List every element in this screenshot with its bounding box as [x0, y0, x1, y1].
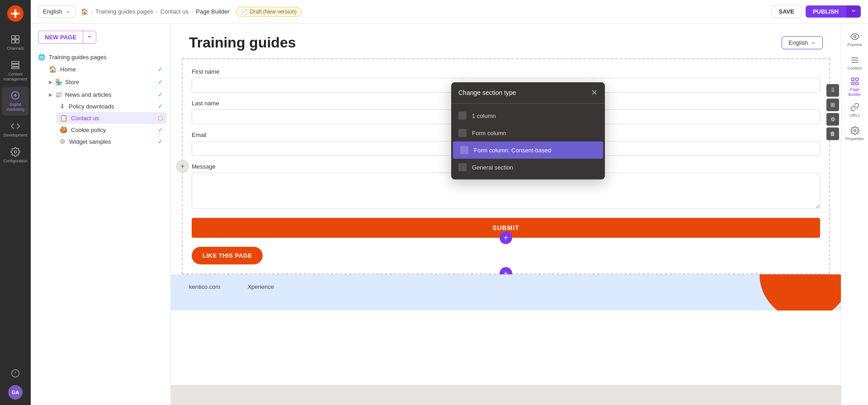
add-center-button[interactable]: + [500, 231, 512, 244]
nav-policy-status: ✓ [158, 103, 163, 110]
nav-root-label: Training guides pages [49, 54, 106, 61]
popup-item-general-label: General section [472, 164, 513, 171]
nav-item-home[interactable]: 🏠 Home ✓ [45, 63, 167, 75]
sidebar-item-config[interactable]: Configuration [2, 143, 29, 167]
rt-preview-label: Preview [847, 42, 862, 47]
nav-item-widgets[interactable]: ⚙ Widget samples ✓ [56, 136, 167, 147]
svg-point-25 [854, 130, 856, 132]
svg-point-1 [14, 9, 17, 11]
lang-select-button[interactable]: English [38, 5, 75, 18]
add-left-button[interactable]: + [176, 160, 189, 173]
sidebar-item-content[interactable]: Content management [2, 57, 29, 85]
breadcrumb-contact[interactable]: Contact us [160, 8, 189, 15]
right-toolbar: Preview Content [841, 24, 868, 405]
publish-dropdown-button[interactable] [846, 5, 861, 18]
page-title: Training guides [189, 34, 296, 51]
nav-cookie-status: ✓ [158, 126, 163, 133]
popup-list: 1 column Form column Form column: Consen… [451, 104, 605, 179]
store-page-icon: 🏪 [55, 79, 62, 85]
canvas-wrapper: Training guides English + First name [171, 24, 841, 405]
cookie-icon: 🍪 [60, 126, 67, 133]
section-tool-delete[interactable]: 🗑 [826, 127, 839, 140]
popup-item-1col-icon [458, 112, 467, 120]
sidebar-item-marketing[interactable]: Digital marketing [2, 87, 29, 116]
rt-content[interactable]: Content [844, 52, 866, 74]
nav-store-status: ✓ [158, 78, 163, 85]
svg-rect-8 [16, 40, 19, 43]
svg-point-17 [854, 36, 856, 38]
nav-contact-label: Contact us [71, 115, 99, 122]
sidebar-item-dev[interactable]: Development [2, 118, 29, 141]
svg-point-0 [13, 11, 17, 15]
rt-urls[interactable]: URLs [844, 99, 866, 121]
sidebar-content-label: Content management [4, 72, 28, 82]
footer-link1[interactable]: kentico.com [189, 283, 220, 290]
breadcrumb-current: Page Builder [196, 8, 229, 15]
like-button[interactable]: LIKE THIS PAGE [192, 247, 263, 264]
sidebar-item-channels[interactable]: Channels [2, 31, 29, 55]
rt-properties-label: Properties [845, 137, 864, 141]
nav-contact-status: ⬡ [158, 114, 163, 122]
nav-group-store: ▶ 🏪 Store ✓ [45, 76, 167, 88]
nav-policy-label: Policy downloads [69, 103, 114, 110]
section-toolbar: ⠿ ⊞ ⚙ 🗑 [825, 82, 841, 142]
nav-root-item[interactable]: 🌐 Training guides pages [34, 51, 167, 63]
nav-item-cookie[interactable]: 🍪 Cookie policy ✓ [56, 124, 167, 136]
publish-group: PUBLISH [806, 5, 861, 18]
svg-point-4 [18, 13, 20, 15]
nav-item-contact[interactable]: 📋 Contact us ⬡ [56, 112, 167, 124]
svg-rect-9 [12, 61, 19, 64]
popup-item-consent[interactable]: Form column: Consent-based [453, 141, 603, 159]
breadcrumb: 🏠 › Training guides pages › Contact us ›… [81, 7, 302, 17]
svg-rect-21 [851, 78, 854, 80]
popup-item-general-icon [458, 163, 467, 171]
publish-button[interactable]: PUBLISH [806, 5, 846, 18]
footer-decoration [760, 274, 841, 311]
new-page-btn-group: NEW PAGE [38, 31, 163, 44]
sidebar-dev-label: Development [3, 133, 27, 138]
new-page-button[interactable]: NEW PAGE [38, 31, 83, 44]
rt-page-builder[interactable]: Page Builder [844, 76, 866, 98]
breadcrumb-sep1: › [91, 8, 93, 15]
popup-item-general[interactable]: General section [451, 159, 605, 176]
svg-rect-10 [12, 64, 19, 66]
popup-item-consent-icon [460, 146, 468, 154]
rt-properties[interactable]: Properties [844, 123, 866, 145]
nav-store-header[interactable]: ▶ 🏪 Store ✓ [45, 76, 167, 88]
policy-icon: ⬇ [60, 103, 65, 110]
popup-item-formcol[interactable]: Form column [451, 124, 605, 141]
popup-item-1col[interactable]: 1 column [451, 107, 605, 124]
section-tool-settings[interactable]: ⚙ [826, 113, 839, 126]
nav-panel: NEW PAGE 🌐 Training guides pages 🏠 [31, 24, 171, 405]
section-tool-ruler[interactable]: ⊞ [826, 99, 839, 111]
canvas-lang-button[interactable]: English [782, 36, 823, 49]
new-page-dropdown[interactable] [83, 31, 96, 44]
canvas-lang-label: English [788, 39, 808, 46]
widget-icon: ⚙ [60, 138, 66, 145]
footer-link2[interactable]: Xperience [247, 283, 274, 290]
breadcrumb-training[interactable]: Training guides pages [95, 8, 153, 15]
news-page-icon: 📰 [55, 91, 62, 98]
nav-cookie-label: Cookie policy [71, 127, 106, 133]
store-chevron: ▶ [49, 80, 52, 85]
save-button[interactable]: SAVE [771, 5, 802, 18]
info-icon[interactable] [11, 369, 20, 380]
logo[interactable] [7, 5, 24, 22]
nav-store-label: Store [65, 79, 79, 85]
svg-rect-11 [12, 67, 19, 69]
nav-widgets-status: ✓ [158, 138, 163, 145]
rt-preview[interactable]: Preview [844, 29, 866, 51]
nav-group-news: ▶ 📰 News and articles ✓ ⬇ Policy downloa… [45, 89, 167, 147]
svg-rect-6 [16, 36, 19, 39]
section-type-popup: Change section type ✕ 1 column Form [451, 82, 605, 179]
nav-home-label: Home [60, 66, 76, 73]
section-tool-grip[interactable]: ⠿ [826, 84, 839, 97]
nav-item-policy[interactable]: ⬇ Policy downloads ✓ [56, 100, 167, 112]
nav-home-status: ✓ [158, 66, 163, 73]
popup-close-button[interactable]: ✕ [591, 88, 598, 98]
avatar[interactable]: GA [8, 385, 23, 400]
nav-news-header[interactable]: ▶ 📰 News and articles ✓ [45, 89, 167, 100]
nav-widgets-label: Widget samples [69, 138, 111, 145]
svg-rect-23 [851, 82, 854, 85]
home-icon[interactable]: 🏠 [81, 8, 88, 15]
